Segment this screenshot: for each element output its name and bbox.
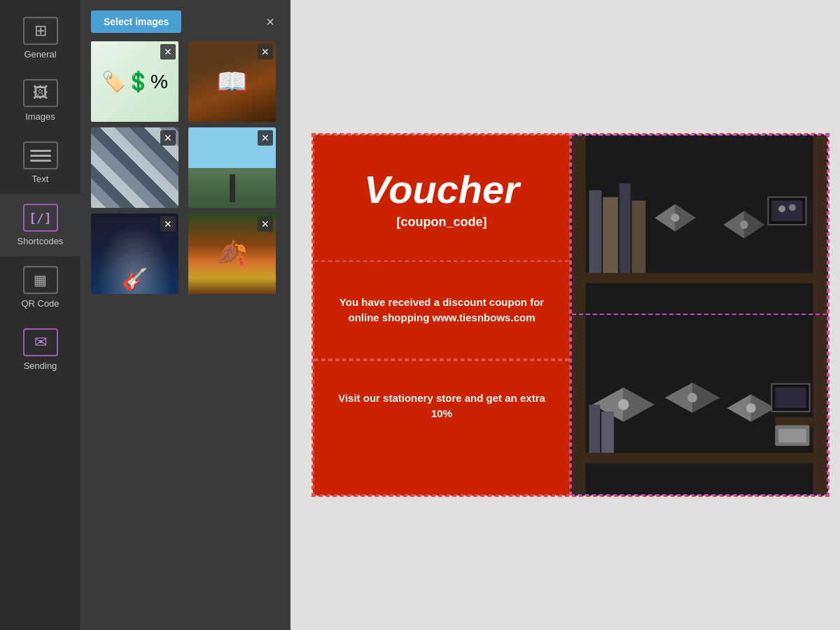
images-icon-box: 🖼 (23, 79, 58, 107)
images-grid: ✕ ✕ ✕ ✕ ✕ ✕ (91, 41, 280, 294)
sidebar-item-images[interactable]: 🖼 Images (0, 69, 80, 132)
panel-header: Select images × (91, 10, 280, 33)
images-icon: 🖼 (33, 84, 48, 102)
svg-rect-4 (589, 190, 602, 273)
shelf-bottom-interior (572, 315, 827, 494)
select-images-button[interactable]: Select images (91, 10, 181, 33)
sidebar: ⊞ General 🖼 Images Text [/] Shortcodes ▦… (0, 0, 80, 630)
shelf-svg-top (572, 136, 827, 314)
panel-close-button[interactable]: × (260, 11, 280, 33)
svg-rect-22 (601, 412, 614, 453)
list-item: ✕ (91, 41, 178, 122)
list-item: ✕ (188, 127, 276, 208)
sidebar-item-shortcodes[interactable]: [/] Shortcodes (0, 194, 80, 256)
svg-rect-5 (603, 197, 618, 273)
remove-image-button[interactable]: ✕ (160, 130, 176, 146)
list-item: ✕ (91, 214, 178, 294)
svg-rect-27 (778, 428, 806, 442)
shelf-top (572, 136, 827, 315)
svg-point-12 (778, 205, 785, 212)
svg-point-19 (687, 393, 697, 402)
general-icon: ⊞ (34, 22, 47, 40)
shortcodes-icon: [/] (29, 211, 52, 225)
voucher-left-panel: Voucher [coupon_code] You have received … (313, 134, 570, 496)
shelf-top-interior (572, 136, 827, 314)
svg-rect-15 (572, 453, 827, 463)
sidebar-item-label: QR Code (21, 298, 59, 309)
sidebar-item-label: Images (25, 111, 55, 122)
voucher-title: Voucher (364, 167, 519, 212)
text-icon-box (23, 141, 58, 169)
svg-rect-16 (572, 315, 586, 494)
list-item: ✕ (188, 41, 276, 122)
svg-rect-24 (775, 387, 806, 408)
svg-point-8 (671, 214, 680, 222)
sidebar-item-label: Shortcodes (18, 236, 64, 246)
general-icon-box: ⊞ (23, 17, 58, 45)
sidebar-item-label: General (24, 49, 56, 59)
svg-point-13 (789, 204, 796, 211)
svg-rect-6 (620, 183, 631, 273)
voucher-description: You have received a discount coupon for … (332, 295, 552, 326)
svg-rect-1 (572, 273, 827, 284)
voucher-title-section: Voucher [coupon_code] (314, 136, 569, 262)
svg-point-9 (740, 220, 748, 229)
voucher-card: Voucher [coupon_code] You have received … (312, 133, 830, 497)
shelf-bottom (572, 315, 827, 494)
remove-image-button[interactable]: ✕ (258, 130, 273, 146)
sidebar-item-general[interactable]: ⊞ General (0, 7, 80, 69)
remove-image-button[interactable]: ✕ (258, 44, 273, 59)
sidebar-item-sending[interactable]: ✉ Sending (0, 318, 80, 381)
images-panel: Select images × ✕ ✕ ✕ ✕ ✕ (80, 0, 290, 630)
qrcode-icon-box: ▦ (23, 266, 58, 294)
list-item: ✕ (91, 127, 178, 208)
svg-rect-2 (572, 136, 586, 314)
sidebar-item-text[interactable]: Text (0, 132, 80, 194)
qr-icon: ▦ (34, 272, 47, 288)
voucher-extra-text: Visit our stationery store and get an ex… (332, 391, 552, 422)
svg-rect-11 (771, 201, 802, 222)
svg-rect-21 (589, 405, 600, 453)
mail-icon: ✉ (34, 333, 47, 351)
list-item: ✕ (188, 214, 276, 294)
remove-image-button[interactable]: ✕ (258, 216, 273, 232)
svg-point-18 (618, 399, 629, 410)
sidebar-item-label: Sending (24, 360, 57, 371)
remove-image-button[interactable]: ✕ (160, 44, 176, 59)
voucher-extra-section: Visit our stationery store and get an ex… (314, 360, 569, 451)
sending-icon-box: ✉ (23, 328, 58, 356)
sidebar-item-qrcode[interactable]: ▦ QR Code (0, 256, 80, 318)
svg-rect-17 (813, 315, 827, 494)
shortcodes-icon-box: [/] (23, 204, 58, 232)
svg-rect-7 (632, 201, 646, 273)
sidebar-item-label: Text (32, 174, 49, 184)
voucher-code: [coupon_code] (397, 215, 487, 230)
remove-image-button[interactable]: ✕ (160, 216, 176, 232)
text-icon (30, 150, 51, 162)
svg-rect-3 (813, 136, 827, 314)
shelf-svg-bottom (572, 315, 827, 494)
svg-point-20 (746, 403, 756, 413)
voucher-description-section: You have received a discount coupon for … (314, 262, 569, 360)
voucher-right-panel (570, 134, 828, 496)
main-canvas: Voucher [coupon_code] You have received … (290, 0, 840, 630)
